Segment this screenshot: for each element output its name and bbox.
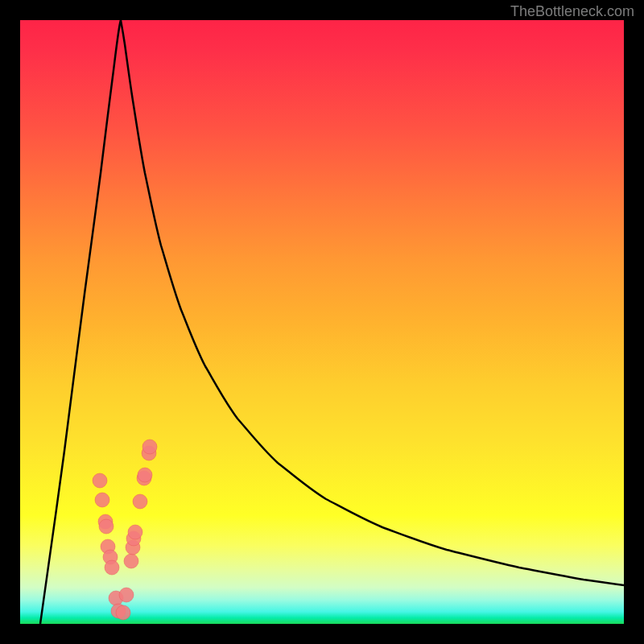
data-marker (116, 605, 130, 620)
data-marker (142, 440, 157, 454)
data-marker (93, 473, 107, 488)
data-marker (128, 525, 142, 539)
watermark-label: TheBottleneck.com (510, 3, 634, 20)
bottleneck-curve (40, 20, 624, 624)
data-marker (95, 493, 109, 507)
data-marker (119, 588, 134, 602)
data-marker (138, 468, 152, 482)
data-marker (133, 494, 147, 509)
chart-svg (20, 20, 624, 624)
data-marker (124, 554, 138, 568)
plot-container (20, 20, 624, 624)
marker-group (93, 440, 157, 620)
data-marker (105, 560, 119, 575)
data-marker (99, 519, 114, 534)
